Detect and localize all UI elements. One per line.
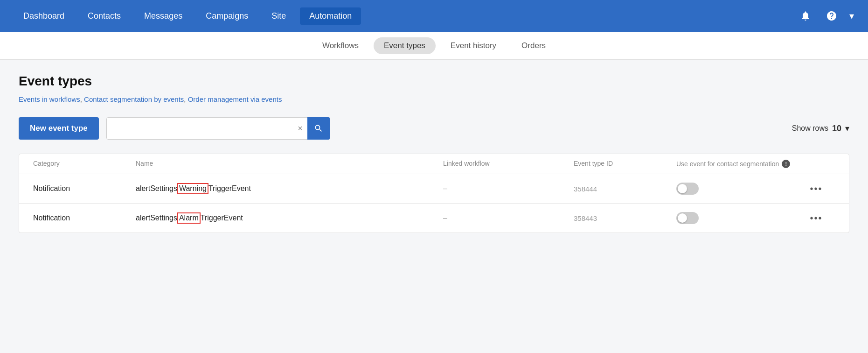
row1-name-prefix: alertSettings [136,184,177,193]
nav-site[interactable]: Site [262,7,295,25]
main-content: Event types Events in workflows, Contact… [0,60,868,353]
search-submit-button[interactable] [307,117,330,140]
tab-orders[interactable]: Orders [511,37,556,54]
nav-campaigns[interactable]: Campaigns [196,7,257,25]
show-rows-control: Show rows 10 ▾ [792,123,849,134]
col-header-actions [798,160,835,168]
search-icon [314,124,323,133]
top-navigation: Dashboard Contacts Messages Campaigns Si… [0,0,868,32]
link-events-in-workflows[interactable]: Events in workflows [19,95,80,103]
event-types-table: Category Name Linked workflow Event type… [19,154,849,233]
link-order-management[interactable]: Order management via events [188,95,282,103]
nav-dropdown-chevron[interactable]: ▾ [849,10,854,21]
col-header-use-event: Use event for contact segmentation ! [676,160,798,168]
row2-name-highlight: Alarm [177,212,201,224]
nav-right: ▾ [797,7,854,24]
nav-messages[interactable]: Messages [135,7,192,25]
row2-toggle-wrapper [676,212,798,224]
page-title: Event types [19,74,849,89]
row1-name: alertSettings Warning TriggerEvent [136,183,443,194]
notifications-icon[interactable] [797,7,814,24]
nav-dashboard[interactable]: Dashboard [14,7,74,25]
show-rows-count: 10 [832,124,841,134]
row2-linked-workflow: – [443,214,574,222]
row1-name-highlight: Warning [177,183,208,194]
search-input[interactable] [107,124,293,133]
row1-actions-menu[interactable]: ••• [798,184,835,194]
show-rows-chevron[interactable]: ▾ [845,123,849,134]
row1-linked-workflow: – [443,184,574,193]
col-header-event-type-id: Event type ID [574,160,676,168]
nav-automation[interactable]: Automation [300,7,361,25]
row1-toggle-wrapper [676,183,798,195]
row2-name-prefix: alertSettings [136,214,177,222]
info-links: Events in workflows, Contact segmentatio… [19,95,849,103]
row1-toggle[interactable] [676,183,699,195]
link-contact-segmentation[interactable]: Contact segmentation by events [84,95,184,103]
row2-event-type-id: 358443 [574,214,676,222]
new-event-type-button[interactable]: New event type [19,117,99,140]
toolbar: New event type × Show rows 10 ▾ [19,117,849,140]
search-clear-button[interactable]: × [293,124,307,133]
search-wrapper: × [106,117,330,140]
sub-navigation: Workflows Event types Event history Orde… [0,32,868,60]
nav-contacts[interactable]: Contacts [78,7,130,25]
row1-name-suffix: TriggerEvent [208,184,251,193]
show-rows-label: Show rows [792,124,828,133]
row1-event-type-id: 358444 [574,185,676,193]
row2-category: Notification [33,214,136,222]
col-header-linked-workflow: Linked workflow [443,160,574,168]
table-header: Category Name Linked workflow Event type… [19,154,849,174]
row2-actions-menu[interactable]: ••• [798,213,835,224]
col-header-category: Category [33,160,136,168]
row2-name: alertSettings Alarm TriggerEvent [136,212,443,224]
col-header-name: Name [136,160,443,168]
row2-name-suffix: TriggerEvent [201,214,243,222]
tab-event-types[interactable]: Event types [374,37,436,54]
row2-toggle[interactable] [676,212,699,224]
nav-links: Dashboard Contacts Messages Campaigns Si… [14,7,797,25]
table-row: Notification alertSettings Alarm Trigger… [19,204,849,233]
help-icon[interactable] [823,7,840,24]
tab-event-history[interactable]: Event history [440,37,507,54]
table-row: Notification alertSettings Warning Trigg… [19,174,849,204]
tab-workflows[interactable]: Workflows [312,37,369,54]
use-event-info-icon[interactable]: ! [782,160,790,168]
row1-category: Notification [33,184,136,193]
